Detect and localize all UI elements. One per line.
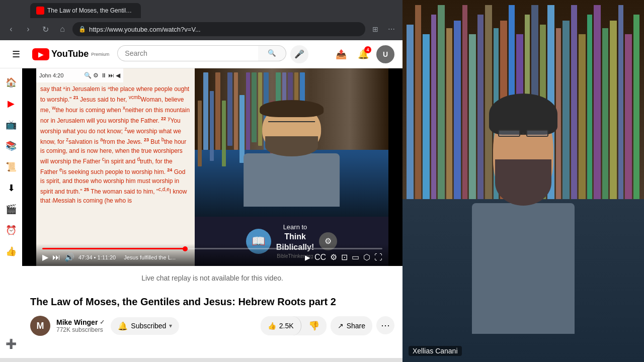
- action-buttons: 👍 2.5K 👎 ↗ Share ⋯: [261, 316, 394, 335]
- back-button[interactable]: ‹: [4, 22, 18, 36]
- dislike-button[interactable]: 👎: [301, 316, 327, 335]
- volume-button[interactable]: 🔊: [64, 252, 74, 262]
- progress-indicator: [183, 246, 188, 251]
- notification-button[interactable]: 🔔 4: [354, 45, 372, 63]
- channel-name-text: Mike Winger: [56, 318, 98, 326]
- participant-video: Xellias Canani: [403, 0, 644, 362]
- browser-shell: The Law of Moses, the Gentiles and Jesus…: [0, 0, 403, 40]
- person-body: [472, 203, 575, 333]
- video-content-area[interactable]: John 4:20 🔍 ⚙ ⏸ ⏭ ◀ say that ᵃin Jerusal…: [22, 68, 403, 358]
- video-overlay: ▶ ⏭ 🔊 47:34 • 1:11:20 Jesus fulfilled th…: [36, 68, 388, 266]
- more-button[interactable]: ⋯: [384, 22, 398, 36]
- refresh-button[interactable]: ↻: [38, 22, 52, 36]
- sidebar-add-area: ➕: [1, 334, 21, 354]
- right-controls: CC ⚙ ⊡ ▭ ⬡ ⛶: [314, 252, 382, 262]
- next-chapter-btn[interactable]: ▶: [305, 253, 310, 261]
- fullscreen-button[interactable]: ⛶: [374, 252, 382, 262]
- channel-subscribers: 772K subscribers: [56, 326, 105, 333]
- below-video-content: Live chat replay is not available for th…: [22, 266, 403, 340]
- sidebar-add-button[interactable]: ➕: [1, 334, 21, 354]
- verified-badge: ✓: [100, 319, 105, 326]
- channel-avatar[interactable]: M: [30, 316, 50, 336]
- notification-badge: 4: [364, 46, 371, 53]
- person-head: [493, 99, 553, 202]
- time-display: 47:34 • 1:11:20: [78, 254, 116, 260]
- participant-background: Xellias Canani: [403, 0, 644, 362]
- settings-button[interactable]: ⚙: [330, 252, 337, 262]
- search-input[interactable]: [117, 45, 258, 61]
- user-avatar-button[interactable]: U: [376, 45, 394, 63]
- skip-button[interactable]: ⏭: [52, 253, 60, 262]
- extensions-button[interactable]: ⊞: [368, 22, 382, 36]
- sidebar-item-library[interactable]: 📚: [1, 136, 21, 156]
- current-time: 47:34: [78, 254, 93, 260]
- scroll-indicator[interactable]: [0, 358, 403, 362]
- browser-toolbar: ‹ › ↻ ⌂ 🔒 https://www.youtube.com/watch?…: [0, 18, 403, 40]
- thumbs-down-icon: 👎: [308, 320, 319, 331]
- like-count: 2.5K: [279, 322, 294, 330]
- participant-person: [463, 90, 584, 362]
- bible-controls: 🔍 ⚙ ⏸ ⏭ ◀: [84, 72, 120, 79]
- bell-icon: 🔔: [118, 321, 128, 331]
- search-container: 🔍 🎤: [117, 45, 308, 63]
- right-panel: Xellias Canani: [403, 0, 644, 362]
- sidebar-item-watchlater[interactable]: ⏰: [1, 220, 21, 240]
- like-button[interactable]: 👍 2.5K: [261, 316, 301, 335]
- share-label: Share: [347, 322, 365, 330]
- bible-topbar: John 4:20 🔍 ⚙ ⏸ ⏭ ◀: [36, 68, 123, 82]
- time-separator: •: [94, 254, 98, 260]
- avatar-initial: U: [383, 50, 388, 58]
- chevron-down-icon: ▾: [169, 322, 172, 329]
- home-button[interactable]: ⌂: [55, 22, 69, 36]
- more-options-button[interactable]: ⋯: [376, 316, 394, 334]
- main-content: 🏠 ▶ 📺 📚 📜 ⬇ 🎬 ⏰ 👍 ➕: [0, 68, 403, 358]
- chat-replay-text: Live chat replay is not available for th…: [141, 274, 283, 282]
- sidebar-item-downloads[interactable]: ⬇: [1, 178, 21, 198]
- subtitles-button[interactable]: CC: [314, 252, 326, 262]
- hamburger-button[interactable]: ☰: [8, 45, 24, 64]
- upload-button[interactable]: 📤: [332, 45, 350, 63]
- subscribe-button[interactable]: 🔔 Subscribed ▾: [111, 317, 179, 335]
- video-controls: ▶ ⏭ 🔊 47:34 • 1:11:20 Jesus fulfilled th…: [36, 244, 388, 266]
- yt-logo-text: YouTube: [51, 49, 89, 59]
- mic-button[interactable]: 🎤: [290, 45, 308, 63]
- channel-info: Mike Winger ✓ 772K subscribers: [56, 318, 105, 333]
- yt-logo-icon: [32, 48, 49, 60]
- yt-premium-label: Premium: [91, 52, 109, 57]
- progress-fill: [42, 248, 185, 249]
- thumbs-up-icon: 👍: [268, 322, 276, 330]
- yt-logo-area[interactable]: YouTube Premium: [32, 48, 109, 60]
- forward-button[interactable]: ›: [21, 22, 35, 36]
- more-dots-icon: ⋯: [381, 320, 390, 331]
- share-icon: ↗: [338, 322, 344, 330]
- browser-tabs: The Law of Moses, the Gentiles and Jesus…: [0, 0, 403, 18]
- sidebar-item-history[interactable]: 📜: [1, 157, 21, 177]
- miniplayer-button[interactable]: ⊡: [341, 252, 348, 262]
- video-player[interactable]: John 4:20 🔍 ⚙ ⏸ ⏭ ◀ say that ᵃin Jerusal…: [36, 68, 388, 266]
- chat-replay-notice: Live chat replay is not available for th…: [30, 266, 394, 290]
- sidebar-item-liked[interactable]: 👍: [1, 241, 21, 261]
- sidebar-item-subscriptions[interactable]: 📺: [1, 115, 21, 135]
- sidebar-item-yourvideos[interactable]: 🎬: [1, 199, 21, 219]
- controls-row: ▶ ⏭ 🔊 47:34 • 1:11:20 Jesus fulfilled th…: [42, 252, 382, 262]
- youtube-wrapper: The Law of Moses, the Gentiles and Jesus…: [0, 0, 403, 362]
- theater-button[interactable]: ▭: [352, 252, 359, 262]
- url-text: https://www.youtube.com/watch?v=V...: [89, 26, 201, 33]
- sidebar-item-shorts[interactable]: ▶: [1, 94, 21, 114]
- progress-bar[interactable]: [42, 248, 382, 249]
- airplay-button[interactable]: ⬡: [363, 252, 370, 262]
- like-dislike-group: 👍 2.5K 👎: [261, 316, 327, 335]
- sidebar-item-home[interactable]: 🏠: [1, 72, 21, 93]
- chapter-title: Jesus fulfilled the L...: [124, 254, 297, 260]
- channel-avatar-initial: M: [37, 321, 44, 331]
- play-button[interactable]: ▶: [42, 252, 48, 262]
- address-bar[interactable]: 🔒 https://www.youtube.com/watch?v=V...: [72, 22, 365, 36]
- subscribe-label: Subscribed: [131, 322, 166, 330]
- tab-title: The Law of Moses, the Gentiles and Jesus…: [47, 7, 135, 14]
- share-button[interactable]: ↗ Share: [331, 316, 372, 335]
- left-sidebar: 🏠 ▶ 📺 📚 📜 ⬇ 🎬 ⏰ 👍 ➕: [0, 68, 22, 358]
- browser-tab[interactable]: The Law of Moses, the Gentiles and Jesus…: [30, 3, 141, 18]
- bible-reference: John 4:20: [39, 72, 63, 78]
- header-actions: 📤 🔔 4 U: [332, 45, 394, 63]
- search-button[interactable]: 🔍: [258, 45, 286, 61]
